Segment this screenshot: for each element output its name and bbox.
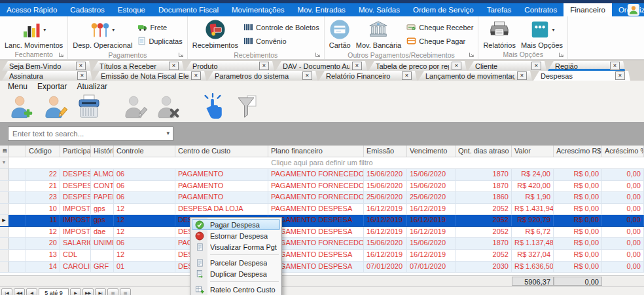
column-header-emissao[interactable]: Emissão <box>364 146 407 157</box>
document-tab-regiao[interactable]: Região× <box>548 61 625 71</box>
close-tab-icon[interactable]: × <box>169 62 179 70</box>
table-row[interactable]: 23DESPESAPAPELA06PAGAMENTOPAGAMENTO FORN… <box>0 192 644 204</box>
close-tab-icon[interactable]: × <box>402 71 412 80</box>
filter-hint[interactable]: Clique aqui para definir um filtro <box>0 157 644 168</box>
dialog-launcher-icon[interactable] <box>58 52 64 58</box>
column-header-controle[interactable]: Controle <box>114 146 175 157</box>
close-tab-icon[interactable]: × <box>259 62 269 70</box>
shredder-button[interactable] <box>74 92 104 121</box>
column-header-plano-financeiro[interactable]: Plano financeiro <box>268 146 364 157</box>
pager-extra-button-2[interactable]: ▦ <box>120 288 131 295</box>
pager-last-button[interactable]: ▶| <box>95 288 106 295</box>
close-tab-icon[interactable]: × <box>517 71 527 80</box>
ribbon-tab-tarefas[interactable]: Tarefas <box>480 3 518 16</box>
document-tab-relatorio-financeiro[interactable]: Relatório Financeiro× <box>319 71 417 81</box>
ribbon-tab-contratos[interactable]: Contratos <box>518 3 564 16</box>
parcelar-despesa-menu-item[interactable]: Parcelar Despesa <box>192 257 280 268</box>
mov-bancaria-button[interactable]: Mov. Bancária <box>353 17 404 50</box>
document-tab-seja-bem-vindo[interactable]: Seja Bem-Vindo× <box>2 61 91 71</box>
pager-next-page-button[interactable]: ▶▶ <box>82 288 94 295</box>
close-tab-icon[interactable]: × <box>191 71 201 80</box>
document-tab-despesas[interactable]: Despesas× <box>533 71 630 81</box>
menu-item-menu[interactable]: Menu <box>8 81 33 92</box>
menu-item-exportar[interactable]: Exportar <box>37 81 73 92</box>
cheque-receber-button[interactable]: Cheque Receber <box>406 23 473 31</box>
lanc-movimentos-button[interactable]: ▾Lanc. Movimentos <box>2 17 65 50</box>
ribbon-tab-cadastros[interactable]: Cadastros <box>63 3 111 16</box>
estornar-despesa-menu-item[interactable]: Estornar Despesa <box>192 230 280 241</box>
pager-prev-page-button[interactable]: ◀◀ <box>14 288 25 295</box>
rateio-centro-custo-menu-item[interactable]: Rateio Centro Custo <box>192 284 280 295</box>
pager-next-button[interactable]: ▶ <box>70 288 81 295</box>
menu-item-atualizar[interactable]: Atualizar <box>77 81 113 92</box>
column-header-historico[interactable]: Históric <box>91 146 114 157</box>
filter-button[interactable] <box>232 92 262 121</box>
user-avatar-icon[interactable] <box>628 4 639 16</box>
column-header-acrescimo-rs[interactable]: Acrescimo R$ <box>554 146 602 157</box>
grid-filter-row[interactable]: ▼ Clique aqui para definir um filtro <box>0 157 644 169</box>
close-tab-icon[interactable]: × <box>531 62 541 70</box>
document-tab-produto[interactable]: Produto× <box>185 61 274 71</box>
ribbon-tab-estoque[interactable]: Estoque <box>111 3 152 16</box>
document-tab-dav-documento-auxiliar-de[interactable]: DAV - Documento Auxiliar de× <box>276 61 367 71</box>
close-tab-icon[interactable]: × <box>302 71 312 80</box>
close-tab-icon[interactable]: × <box>352 62 362 70</box>
pager-first-button[interactable]: |◀ <box>1 288 12 295</box>
ribbon-tab-documento-fiscal[interactable]: Documento Fiscal <box>152 3 225 16</box>
ribbon-tab-financeiro[interactable]: Financeiro <box>564 3 612 16</box>
column-header-centro-custo[interactable]: Centro de Custo <box>175 146 268 157</box>
chevron-down-icon[interactable]: ▾ <box>166 130 170 136</box>
frete-button[interactable]: Frete <box>137 23 182 31</box>
close-tab-icon[interactable]: × <box>77 71 87 80</box>
table-row[interactable]: 12IMPOSTOdae12DESPESA DA LOJAPAGAMENTO D… <box>0 227 644 239</box>
cartao-button[interactable]: Cartão <box>327 17 353 50</box>
pager-prev-button[interactable]: ◀ <box>26 288 37 295</box>
relatorios-button[interactable]: Relatórios <box>480 17 518 50</box>
document-tab-emissao-de-nota-fiscal-eletron[interactable]: Emissão de Nota Fiscal Eletrôn× <box>94 71 206 81</box>
table-row[interactable]: 22DESPESAALMOÇO06PAGAMENTOPAGAMENTO FORN… <box>0 169 644 181</box>
ribbon-tab-acesso-rapido[interactable]: Acesso Rápido <box>0 3 63 16</box>
column-header-codigo[interactable]: Código <box>26 146 60 157</box>
duplicar-despesa-menu-item[interactable]: Duplicar Despesa <box>192 268 280 279</box>
cheque-pagar-button[interactable]: Cheque Pagar <box>406 37 473 45</box>
desp-operacional-button[interactable]: ▾Desp. Operacional <box>70 17 135 50</box>
ribbon-tab-mov-saidas[interactable]: Mov. Saídas <box>352 3 406 16</box>
ribbon-tab-ordem-de-servico[interactable]: Ordem de Serviço <box>406 3 480 16</box>
table-row[interactable]: 10IMPOSTOgps12DESPESA DA LOJAPAGAMENTO D… <box>0 204 644 216</box>
search-input[interactable] <box>9 127 173 140</box>
close-tab-icon[interactable]: × <box>610 62 620 70</box>
edit-record-button[interactable] <box>41 92 71 121</box>
select-record-button[interactable] <box>198 92 228 121</box>
visualizar-forma-pgto-menu-item[interactable]: Visualizar Forma Pgto <box>192 241 280 252</box>
document-tab-parametros-do-sistema[interactable]: Parametros do sistema× <box>207 71 317 81</box>
close-tab-icon[interactable]: × <box>452 62 461 70</box>
convenio-button[interactable]: Convênio <box>243 37 319 45</box>
pagar-despesa-menu-item[interactable]: Pagar Despesa <box>192 219 280 230</box>
table-row[interactable]: ▶11IMPOSTOgps12DESPESA DA LOJAPAGAMENTO … <box>0 215 644 227</box>
column-header-valor[interactable]: Valor <box>512 146 554 157</box>
table-row[interactable]: 14CAROLINAGRF01DESPESA DA LOJAPAGAMENTO … <box>0 262 644 273</box>
column-header-vencimento[interactable]: Vencimento <box>407 146 456 157</box>
table-row[interactable]: 13CDL12DESPESA DA LOJAPAGAMENTO DESPESA1… <box>0 250 644 262</box>
document-tab-cliente[interactable]: Cliente× <box>468 61 546 71</box>
table-row[interactable]: 20SALARIO /UNIMED06PAGAMENTOPAGAMENTO FO… <box>0 238 644 250</box>
dialog-launcher-icon[interactable] <box>178 52 184 58</box>
ribbon-tab-mov-entradas[interactable]: Mov. Entradas <box>291 3 352 16</box>
controle-de-boletos-button[interactable]: Controle de Boletos <box>243 23 319 31</box>
mais-opcoes-button[interactable]: ▾Mais Opções <box>518 17 565 50</box>
add-record-button[interactable] <box>7 92 37 121</box>
dialog-launcher-icon[interactable] <box>558 52 564 58</box>
table-row[interactable]: 21DESPESACONTAB06PAGAMENTOPAGAMENTO FORN… <box>0 181 644 193</box>
close-tab-icon[interactable]: × <box>615 71 625 80</box>
document-tab-tabela-de-preco-por-regiao[interactable]: Tabela de preco por região× <box>368 61 467 71</box>
dialog-launcher-icon[interactable] <box>315 52 321 58</box>
column-header-acrescimo-pct[interactable]: Acréscimo % <box>602 146 644 157</box>
document-tab-lancamento-de-movimentacao[interactable]: Lançamento de movimentação× <box>418 71 532 81</box>
duplicatas-button[interactable]: Duplicatas <box>137 37 182 45</box>
pager-extra-button-1[interactable]: ▦ <box>107 288 118 295</box>
dialog-launcher-icon[interactable] <box>469 52 474 58</box>
column-header-dias-atraso[interactable]: Qnt. dias atraso <box>456 146 512 157</box>
document-tab-assinatura[interactable]: Assinatura× <box>2 71 92 81</box>
recebimentos-button[interactable]: Recebimentos <box>190 17 241 50</box>
column-header-participante[interactable]: Participan <box>60 146 91 157</box>
